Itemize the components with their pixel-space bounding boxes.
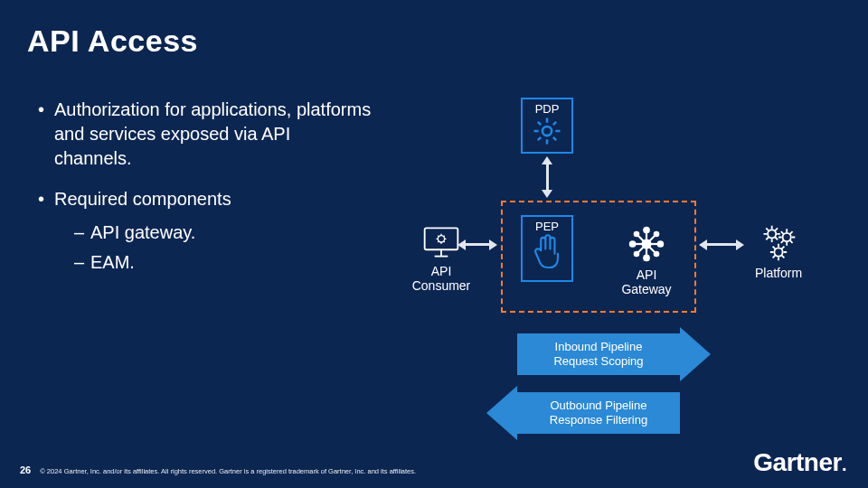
svg-rect-18 <box>425 228 458 249</box>
platform-label: Platform <box>747 266 810 280</box>
arrow-head-r1 <box>489 239 497 250</box>
footer: 26 © 2024 Gartner, Inc. and/or its affil… <box>20 465 416 475</box>
inbound-arrow: Inbound Pipeline Request Scoping <box>517 327 711 381</box>
pep-label: PEP <box>535 220 559 233</box>
sub-bullet-2: EAM. <box>54 250 373 275</box>
consumer-label: API Consumer <box>407 264 476 293</box>
page-number: 26 <box>20 465 31 475</box>
arrow-head-l1 <box>458 239 466 250</box>
svg-point-24 <box>774 248 782 256</box>
gear-icon <box>532 116 562 146</box>
svg-line-17 <box>646 244 656 254</box>
svg-line-15 <box>646 234 656 244</box>
hand-stop-icon <box>532 233 562 271</box>
svg-point-22 <box>768 230 776 238</box>
arrow-head-r2 <box>736 239 744 250</box>
api-gateway-node: API Gateway <box>615 224 678 296</box>
svg-line-14 <box>637 234 646 244</box>
svg-point-0 <box>542 127 552 136</box>
inbound-l2: Request Scoping <box>553 354 643 369</box>
gartner-logo: Gartner. <box>753 448 846 477</box>
pdp-node: PDP <box>521 98 573 154</box>
arrow-head-l2 <box>699 239 707 250</box>
svg-point-23 <box>783 233 791 241</box>
architecture-diagram: PDP PEP <box>407 90 850 434</box>
connector-pdp-pep <box>546 162 549 192</box>
monitor-icon <box>421 224 461 260</box>
bullet-list: Authorization for applications, platform… <box>38 98 373 291</box>
arrow-head-down <box>542 190 552 198</box>
gears-icon <box>757 222 800 262</box>
bullet-1: Authorization for applications, platform… <box>38 98 373 171</box>
inbound-l1: Inbound Pipeline <box>555 340 643 354</box>
outbound-l1: Outbound Pipeline <box>551 399 647 413</box>
platform-node: Platform <box>747 222 810 280</box>
sub-bullet-1: API gateway. <box>54 221 373 245</box>
slide-title: API Access <box>27 23 198 59</box>
pdp-label: PDP <box>535 102 560 116</box>
connector-platform <box>705 243 738 246</box>
hub-icon <box>627 224 666 264</box>
bullet-2: Required components API gateway. EAM. <box>38 187 373 275</box>
logo-text: Gartner <box>753 448 842 476</box>
svg-line-16 <box>637 244 646 254</box>
gateway-label: API Gateway <box>615 267 678 296</box>
arrow-head-up <box>542 156 552 164</box>
outbound-arrow: Outbound Pipeline Response Filtering <box>486 386 680 440</box>
connector-consumer <box>464 243 491 246</box>
api-consumer-node: API Consumer <box>407 224 476 293</box>
bullet-2-text: Required components <box>54 189 231 209</box>
pep-node: PEP <box>521 215 573 282</box>
outbound-l2: Response Filtering <box>550 413 647 427</box>
copyright-text: © 2024 Gartner, Inc. and/or its affiliat… <box>40 467 416 475</box>
